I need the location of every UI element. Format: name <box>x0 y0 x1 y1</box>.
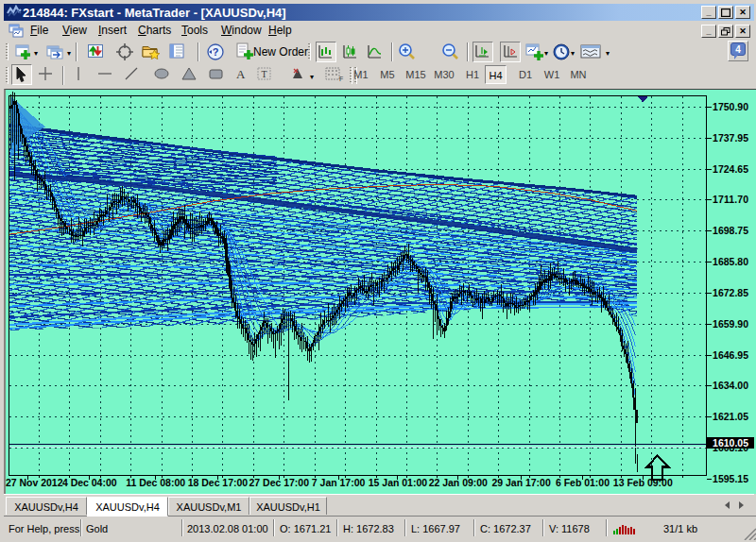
svg-text:15 Jan 01:00: 15 Jan 01:00 <box>369 478 427 488</box>
svg-text:1634.00: 1634.00 <box>713 381 748 391</box>
svg-text:27 Dec 17:00: 27 Dec 17:00 <box>249 478 310 488</box>
svg-text:1610.05: 1610.05 <box>713 438 748 449</box>
svg-text:4 Dec 04:00: 4 Dec 04:00 <box>62 478 117 488</box>
svg-text:F: F <box>339 76 343 82</box>
svg-text:1685.80: 1685.80 <box>713 257 748 267</box>
svg-text:27 Nov 2012: 27 Nov 2012 <box>6 478 63 488</box>
svg-text:22 Jan 09:00: 22 Jan 09:00 <box>429 478 488 488</box>
svg-text:7 Jan 17:00: 7 Jan 17:00 <box>312 478 366 488</box>
svg-text:1698.75: 1698.75 <box>713 226 748 236</box>
svg-text:1659.90: 1659.90 <box>713 319 748 330</box>
svg-text:18 Dec 17:00: 18 Dec 17:00 <box>188 478 249 488</box>
svg-text:29 Jan 17:00: 29 Jan 17:00 <box>491 478 550 488</box>
svg-text:6 Feb 01:00: 6 Feb 01:00 <box>556 478 610 488</box>
svg-text:T: T <box>261 69 266 79</box>
svg-text:13 Feb 09:00: 13 Feb 09:00 <box>613 478 673 488</box>
svg-text:1646.95: 1646.95 <box>713 350 748 361</box>
svg-text:?: ? <box>213 46 219 58</box>
svg-text:1737.95: 1737.95 <box>713 133 748 144</box>
svg-text:1750.90: 1750.90 <box>713 102 748 112</box>
svg-text:1711.70: 1711.70 <box>713 195 748 205</box>
svg-text:11 Dec 08:00: 11 Dec 08:00 <box>126 478 185 488</box>
svg-text:4: 4 <box>735 44 741 55</box>
svg-text:1595.15: 1595.15 <box>713 474 748 484</box>
svg-text:1621.05: 1621.05 <box>713 412 748 422</box>
svg-text:1724.65: 1724.65 <box>713 164 748 175</box>
svg-text:1672.85: 1672.85 <box>713 288 748 298</box>
